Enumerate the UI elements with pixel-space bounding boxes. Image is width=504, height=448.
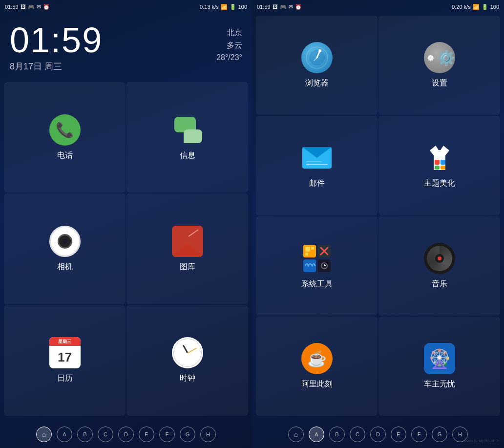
browser-icon: [301, 42, 333, 73]
right-status-bar: 01:59 🖼 🎮 ✉ ⏰ 0.20 k/s 📶 🔋 100: [252, 0, 504, 14]
wifi-icon: 📶: [221, 4, 228, 10]
app-theme-label: 主题美化: [424, 178, 455, 189]
dock-a-left[interactable]: A: [57, 427, 72, 442]
svg-marker-9: [430, 146, 449, 170]
dock-d-right[interactable]: D: [370, 427, 386, 442]
right-email-icon: ✉: [289, 4, 293, 10]
weather-temp: 28°/23°: [216, 51, 242, 64]
svg-rect-16: [311, 247, 314, 250]
phone-icon: 📞: [49, 114, 81, 146]
app-sms-label: 信息: [180, 150, 195, 161]
weather-location: 北京: [216, 26, 242, 39]
left-status-left: 01:59 🖼 🎮 ✉ ⏰: [5, 4, 50, 10]
left-app-grid: 📞 电话 信息 相机 图库: [0, 77, 252, 421]
svg-rect-12: [435, 166, 440, 170]
svg-rect-10: [435, 160, 440, 165]
app-ali[interactable]: ☕ 阿里此刻: [256, 317, 378, 416]
svg-rect-13: [441, 166, 445, 170]
app-mail[interactable]: 邮件: [256, 116, 378, 215]
dock-g-right[interactable]: G: [432, 427, 447, 442]
app-clock-label: 时钟: [180, 373, 195, 384]
clock-date: 8月17日 周三: [10, 61, 103, 72]
app-tools-label: 系统工具: [301, 279, 333, 289]
dock-f-right[interactable]: F: [411, 427, 427, 442]
app-camera-label: 相机: [57, 262, 73, 272]
app-car-label: 车主无忧: [424, 379, 455, 389]
app-browser[interactable]: 浏览器: [256, 16, 378, 115]
svg-rect-15: [305, 247, 310, 252]
right-app-grid: 浏览器 ⚙️ 设置: [252, 14, 504, 421]
app-music[interactable]: 音乐: [378, 216, 500, 316]
left-signal-text: 0.13 k/s: [200, 4, 219, 10]
weather-condition: 多云: [216, 39, 242, 52]
app-tools[interactable]: 系统工具: [256, 216, 378, 316]
app-car[interactable]: 🎡 车主无忧: [378, 317, 500, 416]
tools-icon: [301, 243, 333, 274]
dock-d-left[interactable]: D: [118, 427, 134, 442]
app-theme[interactable]: 主题美化: [378, 116, 500, 215]
clock-area: 01:59 8月17日 周三 北京 多云 28°/23°: [0, 14, 252, 77]
dock-g-left[interactable]: G: [180, 427, 195, 442]
music-icon: [424, 243, 455, 274]
camera-icon: [49, 226, 81, 257]
app-calendar[interactable]: 星期三 17 日历: [4, 305, 126, 416]
app-browser-label: 浏览器: [305, 78, 329, 88]
calendar-icon: 星期三 17: [49, 337, 81, 368]
left-panel: 01:59 🖼 🎮 ✉ ⏰ 0.13 k/s 📶 🔋 100 01:59 8月1…: [0, 0, 252, 448]
svg-point-4: [318, 49, 321, 52]
left-status-bar: 01:59 🖼 🎮 ✉ ⏰ 0.13 k/s 📶 🔋 100: [0, 0, 252, 14]
right-alarm-icon: ⏰: [295, 4, 302, 10]
right-battery-icon: 🔋: [482, 4, 488, 10]
dock-c-right[interactable]: C: [350, 427, 365, 442]
svg-rect-17: [305, 253, 308, 256]
app-clock[interactable]: 时钟: [126, 305, 248, 416]
app-settings-label: 设置: [432, 78, 447, 88]
app-settings[interactable]: ⚙️ 设置: [378, 16, 500, 115]
left-battery-text: 100: [238, 4, 247, 10]
app-gallery-label: 图库: [180, 262, 195, 272]
dock-home-right[interactable]: ⌂: [288, 427, 304, 442]
clock-left: 01:59 8月17日 周三: [10, 22, 103, 72]
dock-e-right[interactable]: E: [391, 427, 406, 442]
alarm-icon: ⏰: [43, 4, 50, 10]
app-sms[interactable]: 信息: [126, 82, 248, 192]
svg-rect-11: [441, 160, 445, 165]
settings-icon: ⚙️: [424, 42, 455, 73]
dock-home-left[interactable]: ⌂: [36, 427, 52, 442]
app-ali-label: 阿里此刻: [301, 379, 333, 389]
app-gallery[interactable]: 图库: [126, 193, 248, 304]
left-status-right: 0.13 k/s 📶 🔋 100: [200, 4, 247, 10]
theme-icon: [424, 142, 455, 173]
dock-a-right[interactable]: A: [309, 427, 324, 442]
dock-c-left[interactable]: C: [98, 427, 113, 442]
right-gamepad-icon: 🎮: [280, 4, 287, 10]
right-status-left: 01:59 🖼 🎮 ✉ ⏰: [257, 4, 302, 10]
left-dock: ⌂ A B C D E F G H: [0, 421, 252, 448]
sms-icon: [172, 114, 203, 146]
dock-h-left[interactable]: H: [200, 427, 216, 442]
car-icon: 🎡: [424, 343, 455, 374]
gamepad-icon: 🎮: [28, 4, 35, 10]
right-battery-text: 100: [490, 4, 499, 10]
clock-icon: [172, 337, 203, 368]
right-dock: ⌂ A B C D E F G H: [252, 421, 504, 448]
dock-b-left[interactable]: B: [77, 427, 93, 442]
dock-b-right[interactable]: B: [329, 427, 345, 442]
email-status-icon: ✉: [37, 4, 41, 10]
watermark: www.pinapho.com: [463, 438, 499, 443]
dock-f-left[interactable]: F: [159, 427, 175, 442]
right-signal-text: 0.20 k/s: [452, 4, 471, 10]
app-mail-label: 邮件: [309, 178, 325, 189]
left-time: 01:59: [5, 4, 19, 10]
right-panel: 01:59 🖼 🎮 ✉ ⏰ 0.20 k/s 📶 🔋 100: [252, 0, 504, 448]
right-status-right: 0.20 k/s 📶 🔋 100: [452, 4, 499, 10]
gallery-icon: [172, 226, 203, 257]
mail-icon: [301, 142, 333, 173]
app-phone[interactable]: 📞 电话: [4, 82, 126, 192]
clock-weather: 北京 多云 28°/23°: [216, 26, 242, 64]
right-wifi-icon: 📶: [473, 4, 480, 10]
app-calendar-label: 日历: [57, 373, 73, 384]
app-camera[interactable]: 相机: [4, 193, 126, 304]
dock-e-left[interactable]: E: [139, 427, 154, 442]
svg-rect-21: [303, 259, 316, 272]
